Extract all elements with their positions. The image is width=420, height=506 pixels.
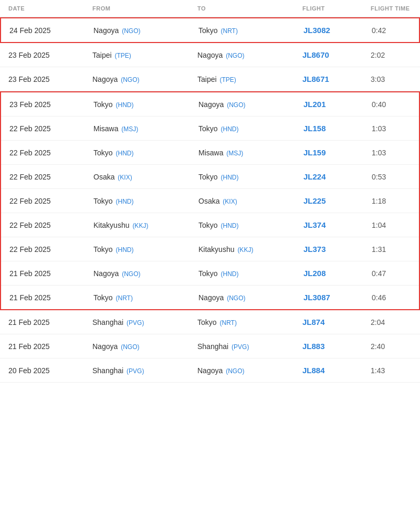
- cell-date: 21 Feb 2025: [8, 342, 92, 351]
- table-row[interactable]: 21 Feb 2025Nagoya (NGO)Shanghai (PVG)JL8…: [0, 334, 420, 359]
- cell-flight-time: 0:42: [372, 26, 420, 35]
- table-row[interactable]: 21 Feb 2025Tokyo (NRT)Nagoya (NGO)JL3087…: [1, 286, 419, 309]
- cell-flight[interactable]: JL208: [303, 269, 372, 278]
- header-from: FROM: [92, 5, 197, 12]
- cell-from: Shanghai (PVG): [92, 366, 197, 375]
- airport-code-to: (MSJ): [226, 150, 243, 157]
- cell-date: 21 Feb 2025: [9, 269, 93, 278]
- cell-flight-time: 0:47: [372, 269, 420, 278]
- group-bordered-0: 24 Feb 2025Nagoya (NGO)Tokyo (NRT)JL3082…: [0, 17, 420, 43]
- cell-flight[interactable]: JL158: [303, 124, 372, 133]
- cell-flight-time: 0:40: [372, 100, 420, 109]
- cell-flight[interactable]: JL225: [303, 196, 372, 205]
- airport-code-to: (NGO): [226, 367, 244, 375]
- header-flight-time: FLIGHT TIME: [371, 5, 420, 12]
- table-row[interactable]: 22 Feb 2025Kitakyushu (KKJ)Tokyo (HND)JL…: [1, 213, 419, 237]
- cell-flight-time: 2:04: [371, 318, 420, 326]
- cell-date: 23 Feb 2025: [8, 51, 92, 59]
- cell-flight[interactable]: JL224: [303, 172, 372, 181]
- cell-date: 23 Feb 2025: [8, 75, 92, 83]
- airport-code-to: (NGO): [227, 294, 245, 302]
- cell-flight-time: 3:03: [371, 75, 420, 83]
- cell-date: 20 Feb 2025: [8, 366, 92, 375]
- cell-from: Kitakyushu (KKJ): [93, 221, 198, 229]
- airport-code-to: (PVG): [232, 343, 249, 351]
- header-to: TO: [197, 5, 302, 12]
- cell-to: Tokyo (NRT): [197, 318, 302, 326]
- cell-flight[interactable]: JL8670: [302, 50, 371, 59]
- cell-flight-time: 2:40: [371, 342, 420, 351]
- airport-code-to: (HND): [220, 222, 238, 229]
- cell-flight[interactable]: JL373: [303, 245, 372, 254]
- cell-from: Nagoya (NGO): [93, 26, 198, 35]
- cell-flight-time: 1:18: [372, 197, 420, 205]
- cell-to: Tokyo (HND): [198, 221, 303, 229]
- cell-date: 24 Feb 2025: [9, 26, 93, 35]
- cell-to: Nagoya (NGO): [198, 100, 303, 109]
- cell-to: Kitakyushu (KKJ): [198, 245, 303, 254]
- table-row[interactable]: 22 Feb 2025Misawa (MSJ)Tokyo (HND)JL1581…: [1, 117, 419, 141]
- table-row[interactable]: 21 Feb 2025Shanghai (PVG)Tokyo (NRT)JL87…: [0, 310, 420, 334]
- cell-flight[interactable]: JL884: [302, 366, 371, 375]
- table-row[interactable]: 23 Feb 2025Tokyo (HND)Nagoya (NGO)JL2010…: [1, 92, 419, 117]
- cell-to: Osaka (KIX): [198, 197, 303, 205]
- cell-to: Taipei (TPE): [197, 75, 302, 83]
- table-row[interactable]: 23 Feb 2025Nagoya (NGO)Taipei (TPE)JL867…: [0, 67, 420, 91]
- cell-from: Taipei (TPE): [92, 51, 197, 59]
- cell-to: Nagoya (NGO): [198, 293, 303, 302]
- header-date: DATE: [8, 5, 92, 12]
- table-row[interactable]: 22 Feb 2025Tokyo (HND)Misawa (MSJ)JL1591…: [1, 141, 419, 165]
- table-row[interactable]: 22 Feb 2025Osaka (KIX)Tokyo (HND)JL2240:…: [1, 165, 419, 189]
- cell-flight[interactable]: JL159: [303, 148, 372, 157]
- table-row[interactable]: 22 Feb 2025Tokyo (HND)Osaka (KIX)JL2251:…: [1, 189, 419, 213]
- cell-date: 23 Feb 2025: [9, 100, 93, 109]
- table-row[interactable]: 20 Feb 2025Shanghai (PVG)Nagoya (NGO)JL8…: [0, 359, 420, 383]
- cell-date: 22 Feb 2025: [9, 245, 93, 254]
- cell-flight-time: 0:46: [372, 293, 420, 302]
- cell-flight[interactable]: JL883: [302, 342, 371, 351]
- cell-from: Tokyo (HND): [93, 149, 198, 157]
- cell-to: Nagoya (NGO): [197, 51, 302, 59]
- airport-code-from: (HND): [116, 246, 133, 254]
- airport-code-from: (PVG): [127, 319, 144, 326]
- airport-code-from: (TPE): [114, 52, 131, 59]
- airport-code-to: (HND): [220, 125, 238, 133]
- table-row[interactable]: 24 Feb 2025Nagoya (NGO)Tokyo (NRT)JL3082…: [1, 18, 419, 42]
- airport-code-from: (NGO): [122, 270, 140, 278]
- airport-code-to: (HND): [220, 270, 238, 278]
- table-row[interactable]: 22 Feb 2025Tokyo (HND)Kitakyushu (KKJ)JL…: [1, 237, 419, 261]
- cell-flight[interactable]: JL374: [303, 220, 372, 229]
- cell-from: Shanghai (PVG): [92, 318, 197, 326]
- cell-from: Nagoya (NGO): [92, 342, 197, 351]
- airport-code-from: (KKJ): [132, 222, 148, 229]
- cell-to: Nagoya (NGO): [197, 366, 302, 375]
- cell-to: Tokyo (HND): [198, 173, 303, 181]
- airport-code-from: (PVG): [127, 367, 144, 375]
- cell-flight[interactable]: JL3082: [303, 26, 372, 35]
- cell-from: Nagoya (NGO): [93, 269, 198, 278]
- cell-from: Tokyo (HND): [93, 245, 198, 254]
- flights-table: DATE FROM TO FLIGHT FLIGHT TIME 24 Feb 2…: [0, 0, 420, 506]
- airport-code-from: (HND): [116, 101, 133, 109]
- airport-code-to: (NRT): [219, 319, 236, 326]
- cell-from: Misawa (MSJ): [93, 124, 198, 133]
- cell-to: Tokyo (NRT): [198, 26, 303, 35]
- cell-flight[interactable]: JL201: [303, 100, 372, 109]
- cell-flight[interactable]: JL8671: [302, 75, 371, 83]
- airport-code-to: (KKJ): [237, 246, 253, 254]
- cell-flight-time: 1:03: [372, 149, 420, 157]
- cell-flight-time: 2:02: [371, 51, 420, 59]
- cell-date: 22 Feb 2025: [9, 124, 93, 133]
- cell-flight[interactable]: JL874: [302, 318, 371, 326]
- cell-flight[interactable]: JL3087: [303, 293, 372, 302]
- airport-code-from: (NGO): [121, 343, 139, 351]
- table-row[interactable]: 23 Feb 2025Taipei (TPE)Nagoya (NGO)JL867…: [0, 43, 420, 67]
- airport-code-to: (HND): [220, 174, 238, 181]
- cell-date: 22 Feb 2025: [9, 173, 93, 181]
- cell-flight-time: 1:04: [372, 221, 420, 229]
- cell-from: Osaka (KIX): [93, 173, 198, 181]
- airport-code-from: (NGO): [122, 27, 140, 35]
- header-flight: FLIGHT: [302, 5, 371, 12]
- airport-code-from: (NGO): [121, 76, 139, 83]
- table-row[interactable]: 21 Feb 2025Nagoya (NGO)Tokyo (HND)JL2080…: [1, 261, 419, 286]
